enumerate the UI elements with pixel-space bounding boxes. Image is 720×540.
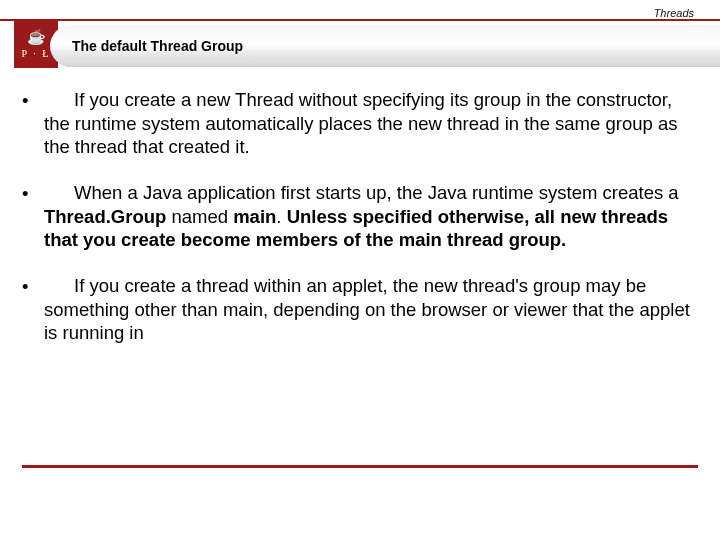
slide-body: •If you create a new Thread without spec…: [0, 72, 720, 345]
bullet-item: •If you create a thread within an applet…: [22, 274, 698, 345]
bullet-marker: •: [22, 181, 44, 252]
slide-title: The default Thread Group: [72, 38, 243, 54]
footer-divider: [22, 465, 698, 468]
title-pill: The default Thread Group: [50, 25, 720, 67]
bullet-marker: •: [22, 88, 44, 159]
bullet-text: When a Java application first starts up,…: [44, 181, 698, 252]
text-run: .: [276, 206, 286, 227]
logo-top-glyph: ☕: [27, 29, 46, 46]
slide-header: Threads ☕ P · Ł The default Thread Group: [0, 0, 720, 72]
section-label: Threads: [654, 7, 694, 19]
bullet-item: •When a Java application first starts up…: [22, 181, 698, 252]
text-run: Thread.Group: [44, 206, 166, 227]
text-run: named: [166, 206, 233, 227]
text-run: main: [233, 206, 276, 227]
bullet-text: If you create a thread within an applet,…: [44, 274, 698, 345]
bullet-text: If you create a new Thread without speci…: [44, 88, 698, 159]
bullet-item: •If you create a new Thread without spec…: [22, 88, 698, 159]
text-run: If you create a new Thread without speci…: [44, 89, 677, 157]
bullet-marker: •: [22, 274, 44, 345]
header-divider: [0, 19, 720, 21]
text-run: If you create a thread within an applet,…: [44, 275, 690, 343]
logo-bottom-text: P · Ł: [22, 48, 51, 59]
text-run: When a Java application first starts up,…: [74, 182, 679, 203]
